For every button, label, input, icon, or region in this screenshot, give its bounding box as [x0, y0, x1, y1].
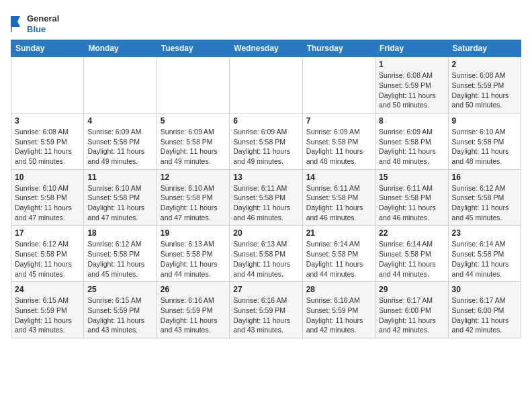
calendar-header-row: SundayMondayTuesdayWednesdayThursdayFrid…: [11, 40, 521, 57]
day-number: 30: [452, 285, 517, 294]
calendar-day-16: 16Sunrise: 6:12 AM Sunset: 5:58 PM Dayli…: [448, 169, 521, 226]
weekday-header-sunday: Sunday: [11, 40, 84, 57]
calendar-day-30: 30Sunrise: 6:17 AM Sunset: 6:00 PM Dayli…: [448, 282, 521, 338]
calendar-day-empty: [302, 57, 375, 113]
calendar-day-6: 6Sunrise: 6:09 AM Sunset: 5:58 PM Daylig…: [230, 113, 302, 169]
day-number: 18: [87, 228, 152, 238]
day-detail: Sunrise: 6:12 AM Sunset: 5:58 PM Dayligh…: [87, 239, 152, 279]
calendar-day-14: 14Sunrise: 6:11 AM Sunset: 5:58 PM Dayli…: [302, 169, 375, 226]
day-detail: Sunrise: 6:13 AM Sunset: 5:58 PM Dayligh…: [161, 239, 226, 279]
calendar-day-28: 28Sunrise: 6:16 AM Sunset: 5:59 PM Dayli…: [302, 282, 375, 338]
day-number: 6: [233, 116, 298, 126]
day-detail: Sunrise: 6:10 AM Sunset: 5:58 PM Dayligh…: [161, 183, 226, 223]
calendar-day-22: 22Sunrise: 6:14 AM Sunset: 5:58 PM Dayli…: [375, 226, 448, 282]
svg-marker-0: [11, 16, 20, 27]
day-detail: Sunrise: 6:10 AM Sunset: 5:58 PM Dayligh…: [452, 127, 517, 167]
calendar-day-2: 2Sunrise: 6:08 AM Sunset: 5:59 PM Daylig…: [448, 57, 521, 113]
day-detail: Sunrise: 6:12 AM Sunset: 5:58 PM Dayligh…: [452, 183, 517, 223]
day-number: 7: [306, 116, 371, 126]
calendar-day-18: 18Sunrise: 6:12 AM Sunset: 5:58 PM Dayli…: [84, 226, 157, 282]
day-detail: Sunrise: 6:10 AM Sunset: 5:58 PM Dayligh…: [15, 183, 80, 223]
calendar-day-24: 24Sunrise: 6:15 AM Sunset: 5:59 PM Dayli…: [11, 282, 84, 338]
day-detail: Sunrise: 6:15 AM Sunset: 5:59 PM Dayligh…: [87, 295, 152, 335]
day-detail: Sunrise: 6:15 AM Sunset: 5:59 PM Dayligh…: [15, 295, 80, 335]
day-number: 14: [306, 173, 371, 182]
weekday-header-thursday: Thursday: [302, 40, 375, 57]
calendar-day-7: 7Sunrise: 6:09 AM Sunset: 5:58 PM Daylig…: [302, 113, 375, 169]
day-number: 13: [233, 173, 298, 182]
day-detail: Sunrise: 6:08 AM Sunset: 5:59 PM Dayligh…: [15, 127, 80, 167]
day-detail: Sunrise: 6:16 AM Sunset: 5:59 PM Dayligh…: [161, 295, 226, 335]
calendar-day-8: 8Sunrise: 6:09 AM Sunset: 5:58 PM Daylig…: [375, 113, 448, 169]
weekday-header-tuesday: Tuesday: [157, 40, 229, 57]
day-number: 12: [161, 173, 226, 182]
calendar-day-15: 15Sunrise: 6:11 AM Sunset: 5:58 PM Dayli…: [375, 169, 448, 226]
day-detail: Sunrise: 6:11 AM Sunset: 5:58 PM Dayligh…: [233, 183, 298, 223]
day-number: 26: [161, 285, 226, 294]
calendar-day-23: 23Sunrise: 6:14 AM Sunset: 5:58 PM Dayli…: [448, 226, 521, 282]
day-detail: Sunrise: 6:09 AM Sunset: 5:58 PM Dayligh…: [306, 127, 371, 167]
calendar-day-19: 19Sunrise: 6:13 AM Sunset: 5:58 PM Dayli…: [157, 226, 229, 282]
calendar-day-1: 1Sunrise: 6:08 AM Sunset: 5:59 PM Daylig…: [375, 57, 448, 113]
day-number: 16: [452, 173, 517, 182]
calendar-week-row: 24Sunrise: 6:15 AM Sunset: 5:59 PM Dayli…: [11, 282, 521, 338]
day-number: 1: [379, 60, 444, 69]
day-detail: Sunrise: 6:13 AM Sunset: 5:58 PM Dayligh…: [233, 239, 298, 279]
day-number: 4: [87, 116, 152, 126]
calendar-day-17: 17Sunrise: 6:12 AM Sunset: 5:58 PM Dayli…: [11, 226, 84, 282]
day-number: 20: [233, 228, 298, 238]
day-number: 10: [15, 173, 80, 182]
day-detail: Sunrise: 6:17 AM Sunset: 6:00 PM Dayligh…: [452, 295, 517, 335]
calendar-day-21: 21Sunrise: 6:14 AM Sunset: 5:58 PM Dayli…: [302, 226, 375, 282]
day-number: 8: [379, 116, 444, 126]
day-number: 28: [306, 285, 371, 294]
weekday-header-friday: Friday: [375, 40, 448, 57]
calendar-week-row: 3Sunrise: 6:08 AM Sunset: 5:59 PM Daylig…: [11, 113, 521, 169]
day-detail: Sunrise: 6:11 AM Sunset: 5:58 PM Dayligh…: [379, 183, 444, 223]
day-number: 25: [87, 285, 152, 294]
calendar-day-4: 4Sunrise: 6:09 AM Sunset: 5:58 PM Daylig…: [84, 113, 157, 169]
logo: General Blue: [11, 13, 59, 34]
day-number: 11: [87, 173, 152, 182]
day-number: 21: [306, 228, 371, 238]
day-number: 27: [233, 285, 298, 294]
day-number: 22: [379, 228, 444, 238]
day-detail: Sunrise: 6:14 AM Sunset: 5:58 PM Dayligh…: [306, 239, 371, 279]
calendar-day-9: 9Sunrise: 6:10 AM Sunset: 5:58 PM Daylig…: [448, 113, 521, 169]
day-detail: Sunrise: 6:09 AM Sunset: 5:58 PM Dayligh…: [87, 127, 152, 167]
calendar-day-10: 10Sunrise: 6:10 AM Sunset: 5:58 PM Dayli…: [11, 169, 84, 226]
calendar-table: SundayMondayTuesdayWednesdayThursdayFrid…: [11, 40, 521, 338]
day-detail: Sunrise: 6:17 AM Sunset: 6:00 PM Dayligh…: [379, 295, 444, 335]
calendar-day-20: 20Sunrise: 6:13 AM Sunset: 5:58 PM Dayli…: [230, 226, 302, 282]
day-detail: Sunrise: 6:16 AM Sunset: 5:59 PM Dayligh…: [233, 295, 298, 335]
calendar-week-row: 17Sunrise: 6:12 AM Sunset: 5:58 PM Dayli…: [11, 226, 521, 282]
calendar-day-12: 12Sunrise: 6:10 AM Sunset: 5:58 PM Dayli…: [157, 169, 229, 226]
day-number: 29: [379, 285, 444, 294]
calendar-day-empty: [84, 57, 157, 113]
calendar-day-13: 13Sunrise: 6:11 AM Sunset: 5:58 PM Dayli…: [230, 169, 302, 226]
calendar-day-26: 26Sunrise: 6:16 AM Sunset: 5:59 PM Dayli…: [157, 282, 229, 338]
day-detail: Sunrise: 6:09 AM Sunset: 5:58 PM Dayligh…: [161, 127, 226, 167]
weekday-header-saturday: Saturday: [448, 40, 521, 57]
day-detail: Sunrise: 6:14 AM Sunset: 5:58 PM Dayligh…: [452, 239, 517, 279]
day-number: 2: [452, 60, 517, 69]
calendar-day-27: 27Sunrise: 6:16 AM Sunset: 5:59 PM Dayli…: [230, 282, 302, 338]
calendar-week-row: 1Sunrise: 6:08 AM Sunset: 5:59 PM Daylig…: [11, 57, 521, 113]
day-number: 24: [15, 285, 80, 294]
logo-flag-icon: [11, 16, 24, 32]
day-detail: Sunrise: 6:09 AM Sunset: 5:58 PM Dayligh…: [379, 127, 444, 167]
page-header: General Blue: [11, 11, 521, 34]
day-detail: Sunrise: 6:16 AM Sunset: 5:59 PM Dayligh…: [306, 295, 371, 335]
weekday-header-wednesday: Wednesday: [230, 40, 302, 57]
logo-general-text: General: [27, 13, 59, 24]
calendar-day-25: 25Sunrise: 6:15 AM Sunset: 5:59 PM Dayli…: [84, 282, 157, 338]
calendar-day-5: 5Sunrise: 6:09 AM Sunset: 5:58 PM Daylig…: [157, 113, 229, 169]
day-number: 5: [161, 116, 226, 126]
calendar-day-3: 3Sunrise: 6:08 AM Sunset: 5:59 PM Daylig…: [11, 113, 84, 169]
calendar-day-29: 29Sunrise: 6:17 AM Sunset: 6:00 PM Dayli…: [375, 282, 448, 338]
day-number: 17: [15, 228, 80, 238]
calendar-week-row: 10Sunrise: 6:10 AM Sunset: 5:58 PM Dayli…: [11, 169, 521, 226]
day-number: 23: [452, 228, 517, 238]
day-detail: Sunrise: 6:08 AM Sunset: 5:59 PM Dayligh…: [379, 71, 444, 110]
day-detail: Sunrise: 6:11 AM Sunset: 5:58 PM Dayligh…: [306, 183, 371, 223]
